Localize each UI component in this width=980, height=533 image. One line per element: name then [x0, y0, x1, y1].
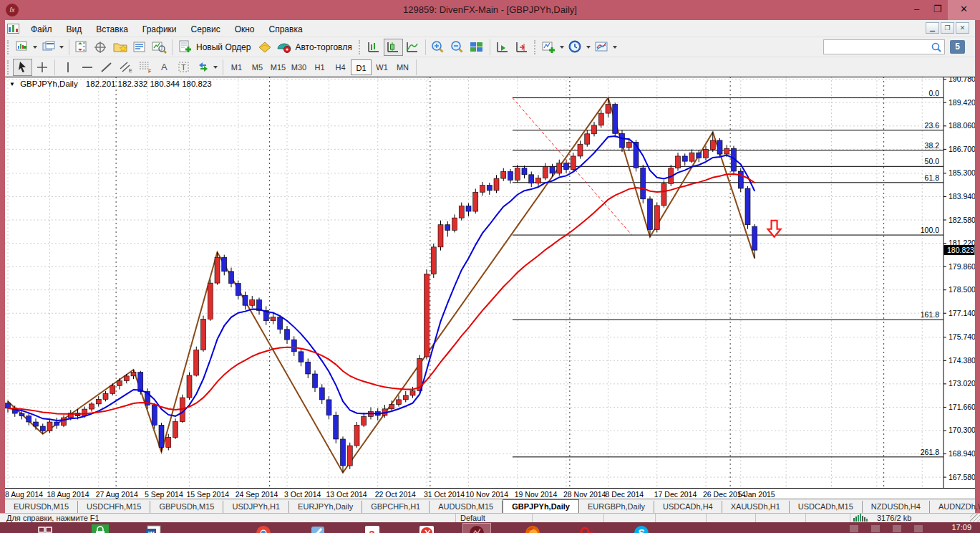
- zoom-out-button[interactable]: [448, 39, 467, 56]
- child-restore-button[interactable]: ❐: [941, 22, 954, 34]
- tray-icon[interactable]: [914, 525, 923, 532]
- terminal-button[interactable]: [130, 39, 150, 56]
- timeframe-button-H4[interactable]: H4: [330, 59, 351, 75]
- cursor-tool-button[interactable]: [13, 59, 32, 76]
- search-icon[interactable]: [931, 42, 942, 54]
- mql5-community-icon[interactable]: 5: [950, 40, 965, 54]
- chart-tab-XAUUSDh-H1[interactable]: XAUUSDh,H1: [722, 501, 790, 513]
- toolbar-grip[interactable]: [534, 40, 538, 54]
- title-bar[interactable]: fx 129859: DivenFX-Main - [GBPJPYh,Daily…: [0, 0, 980, 20]
- auto-scroll-button[interactable]: [493, 39, 513, 56]
- arrows-dropdown[interactable]: [213, 66, 218, 69]
- store-icon[interactable]: [92, 524, 109, 533]
- profiles-button[interactable]: [39, 39, 59, 56]
- equidistant-channel-tool-button[interactable]: E: [116, 59, 135, 76]
- chart-tab-USDCADh-M15[interactable]: USDCADh,M15: [790, 501, 863, 513]
- strategy-tester-button[interactable]: [150, 39, 169, 56]
- chart-tab-USDJPYh-H1[interactable]: USDJPYh,H1: [223, 501, 289, 513]
- bar-chart-mode-button[interactable]: [364, 39, 384, 56]
- search-input[interactable]: [823, 39, 945, 54]
- toolbar-grip[interactable]: [359, 40, 362, 54]
- gears-app-icon[interactable]: [578, 524, 596, 533]
- menu-item-Вставка[interactable]: Вставка: [89, 22, 135, 37]
- child-minimize-button[interactable]: ▁: [926, 22, 939, 34]
- window-close-button[interactable]: ✕: [948, 0, 980, 20]
- tray-icon[interactable]: [893, 525, 901, 532]
- chart-shift-button[interactable]: [513, 39, 532, 56]
- firefox-icon[interactable]: [524, 524, 541, 533]
- timeframe-button-MN[interactable]: MN: [392, 59, 413, 75]
- indicators-dropdown[interactable]: [560, 46, 564, 49]
- tile-windows-button[interactable]: [467, 39, 487, 56]
- new-order-label[interactable]: Новый Ордер: [196, 42, 251, 52]
- navigator-button[interactable]: [111, 39, 130, 56]
- menu-item-Справка[interactable]: Справка: [262, 22, 310, 37]
- tray-icon[interactable]: [850, 525, 858, 532]
- timeframe-button-W1[interactable]: W1: [372, 59, 392, 75]
- menu-item-Сервис[interactable]: Сервис: [184, 22, 228, 37]
- chart-tab-EURJPYh-Daily[interactable]: EURJPYh,Daily: [289, 501, 362, 513]
- new-order-button[interactable]: [175, 39, 195, 56]
- skype-icon[interactable]: S: [633, 524, 650, 533]
- data-window-button[interactable]: [92, 39, 111, 56]
- yandex-browser-icon[interactable]: [418, 524, 435, 533]
- timeframe-button-D1[interactable]: D1: [351, 59, 372, 75]
- child-close-button[interactable]: ✕: [956, 22, 969, 34]
- chart-tab-EURUSDh-M15[interactable]: EURUSDh,M15: [5, 501, 78, 513]
- vertical-line-tool-button[interactable]: [58, 59, 77, 76]
- resize-grip[interactable]: [970, 514, 980, 522]
- taskbar-clock[interactable]: 17:09: [951, 523, 971, 532]
- timeframe-button-H1[interactable]: H1: [309, 59, 330, 75]
- text-label-tool-button[interactable]: T: [174, 59, 193, 76]
- chart-tab-NZDUSDh-H4[interactable]: NZDUSDh,H4: [863, 501, 930, 513]
- chart-tab-USDCHFh-M15[interactable]: USDCHFh,M15: [78, 501, 150, 513]
- text-tool-button[interactable]: A: [155, 59, 174, 76]
- toolbar-grip[interactable]: [7, 60, 11, 75]
- menu-item-Окно[interactable]: Окно: [228, 22, 262, 37]
- auto-trading-label[interactable]: Авто-торговля: [295, 42, 351, 52]
- chart-area[interactable]: 0.023.638.250.061.8100.0161.8261.8190.78…: [5, 77, 975, 489]
- paint-app-icon[interactable]: [309, 524, 326, 533]
- chart-tab-EURGBPh-Daily[interactable]: EURGBPh,Daily: [579, 501, 654, 513]
- tray-icon[interactable]: [871, 525, 880, 532]
- chart-tab-GBPJPYh-Daily[interactable]: GBPJPYh,Daily: [503, 499, 579, 513]
- fibonacci-tool-button[interactable]: F: [135, 59, 155, 76]
- crosshair-tool-button[interactable]: [32, 59, 52, 76]
- price-chart[interactable]: 0.023.638.250.061.8100.0161.8261.8190.78…: [5, 77, 975, 489]
- new-chart-button[interactable]: [13, 39, 32, 56]
- metaeditor-button[interactable]: [255, 39, 274, 56]
- new-chart-dropdown[interactable]: [33, 46, 37, 49]
- word-icon[interactable]: W: [146, 524, 163, 533]
- metatrader-icon[interactable]: [462, 523, 491, 533]
- templates-dropdown[interactable]: [613, 46, 617, 49]
- periods-dropdown[interactable]: [586, 46, 591, 49]
- toolbar-grip[interactable]: [7, 40, 11, 54]
- market-watch-button[interactable]: [72, 39, 92, 56]
- profiles-dropdown[interactable]: [59, 46, 64, 49]
- date-axis[interactable]: 8 Aug 201418 Aug 201427 Aug 20145 Sep 20…: [5, 489, 975, 499]
- auto-trading-button[interactable]: [274, 39, 293, 56]
- timeframe-button-M5[interactable]: M5: [247, 59, 268, 75]
- line-chart-mode-button[interactable]: [403, 39, 422, 56]
- menu-item-Файл[interactable]: Файл: [24, 22, 59, 37]
- horizontal-line-tool-button[interactable]: [77, 59, 97, 76]
- windows-start-icon[interactable]: [37, 524, 54, 533]
- timeframe-button-M30[interactable]: M30: [288, 59, 309, 75]
- search-field[interactable]: [825, 41, 927, 53]
- collapse-arrow-icon[interactable]: ▼: [9, 81, 15, 87]
- chrome-icon[interactable]: [255, 524, 272, 533]
- timeframe-button-M1[interactable]: M1: [226, 59, 247, 75]
- chart-tab-USDCADh-H4[interactable]: USDCADh,H4: [654, 501, 722, 513]
- chart-tab-AUDUSDh-M15[interactable]: AUDUSDh,M15: [430, 501, 503, 513]
- indicators-button[interactable]: [540, 39, 559, 56]
- periods-button[interactable]: [566, 39, 586, 56]
- chart-tab-GBPCHFh-H1[interactable]: GBPCHFh,H1: [362, 501, 430, 513]
- menu-item-Графики[interactable]: Графики: [135, 22, 184, 37]
- trendline-tool-button[interactable]: [97, 59, 116, 76]
- chart-tab-AUDNZDh-Weekly[interactable]: AUDNZDh,Weekly: [930, 501, 980, 513]
- a-app-icon[interactable]: a: [364, 524, 381, 533]
- window-minimize-button[interactable]: –: [906, 0, 927, 20]
- arrows-tool-button[interactable]: [193, 59, 213, 76]
- timeframe-button-M15[interactable]: M15: [268, 59, 288, 75]
- candle-chart-mode-button[interactable]: [384, 39, 403, 56]
